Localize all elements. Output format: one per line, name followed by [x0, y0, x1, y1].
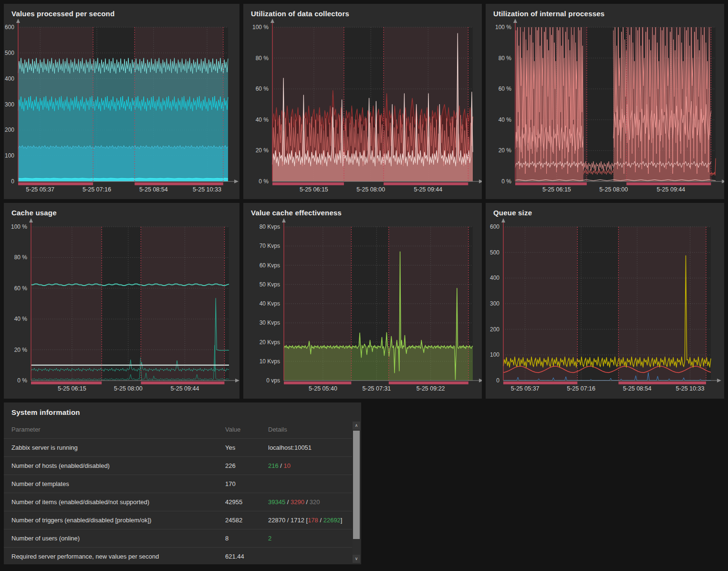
x-axis-tick: 5-25 08:00 — [585, 186, 642, 193]
y-axis-tick: 30 Kvps — [243, 319, 280, 326]
x-axis-tick: 5-25 10:33 — [178, 186, 236, 193]
y-axis-tick: 60 % — [486, 85, 511, 92]
y-axis-tick: 0 % — [4, 377, 27, 384]
scrollbar-thumb[interactable] — [353, 431, 360, 539]
detail-segment: ] — [341, 517, 343, 524]
details-cell: localhost:10051 — [260, 439, 352, 457]
details-cell — [260, 548, 352, 566]
chart-plot-internal-processes: 100 %80 %60 %40 %20 %0 %5-25 06:155-25 0… — [486, 4, 724, 199]
header-value: Value — [218, 422, 260, 439]
x-axis-tick: 5-25 09:44 — [399, 186, 457, 193]
detail-segment: 22692 — [323, 517, 341, 524]
y-axis-tick: 10 Kvps — [243, 358, 280, 365]
panel-system-information: System information Parameter Value Detai… — [4, 402, 361, 564]
y-axis-tick: 40 % — [486, 116, 511, 123]
detail-segment: 10 — [284, 462, 291, 469]
parameter-cell: Zabbix server is running — [4, 439, 218, 457]
chart-canvas — [4, 203, 239, 399]
x-axis-tick: 5-25 07:16 — [68, 186, 125, 193]
table-row: Required server performance, new values … — [4, 548, 352, 566]
detail-segment: 216 — [268, 462, 279, 469]
value-cell: Yes — [218, 439, 260, 457]
detail-segment: localhost:10051 — [268, 444, 312, 451]
y-axis-tick: 20 % — [4, 347, 27, 353]
y-axis-tick: 40 % — [243, 116, 269, 123]
chart-canvas — [243, 4, 482, 199]
x-axis-tick: 5-25 07:31 — [348, 385, 405, 392]
table-row: Number of hosts (enabled/disabled)226216… — [4, 457, 352, 475]
y-axis-tick: 0 % — [486, 178, 511, 185]
x-axis-tick: 5-25 06:15 — [43, 385, 101, 392]
y-axis-tick: 400 — [486, 275, 499, 281]
y-axis-tick: 50 Kvps — [243, 281, 280, 288]
panel-title: Cache usage — [11, 209, 57, 217]
y-axis-tick: 40 Kvps — [243, 300, 280, 307]
chart-canvas — [486, 203, 724, 399]
y-axis-tick: 80 % — [243, 55, 269, 62]
panel-title: System information — [11, 408, 80, 416]
y-axis-tick: 200 — [486, 326, 499, 333]
chart-plot-data-collectors: 100 %80 %60 %40 %20 %0 %5-25 06:155-25 0… — [243, 4, 482, 199]
y-axis-tick: 300 — [4, 101, 14, 108]
y-axis-tick: 60 % — [4, 285, 27, 292]
y-axis-tick: 40 % — [4, 316, 27, 322]
y-axis-tick: 20 Kvps — [243, 339, 280, 346]
value-cell: 42955 — [218, 493, 260, 511]
table-row: Number of items (enabled/disabled/not su… — [4, 493, 352, 511]
table-header-row: Parameter Value Details — [4, 422, 352, 439]
value-cell: 621.44 — [218, 548, 260, 566]
chart-plot-cache-usage: 100 %80 %60 %40 %20 %0 %5-25 06:155-25 0… — [4, 203, 239, 399]
table-row: Zabbix server is runningYeslocalhost:100… — [4, 439, 352, 457]
scrollbar-down-button chevron-down-icon[interactable]: ∨ — [353, 555, 360, 563]
y-axis-tick: 300 — [486, 300, 499, 307]
detail-segment: 3290 — [291, 498, 304, 506]
parameter-cell: Number of users (online) — [4, 529, 218, 548]
detail-segment: 320 — [310, 498, 320, 506]
detail-segment: / — [285, 498, 291, 506]
scrollbar-up-button chevron-up-icon[interactable]: ∧ — [353, 422, 360, 430]
y-axis-tick: 70 Kvps — [243, 243, 280, 249]
details-cell — [260, 475, 352, 493]
y-axis-tick: 500 — [486, 249, 499, 256]
parameter-cell: Number of triggers (enabled/disabled [pr… — [4, 511, 218, 529]
y-axis-tick: 400 — [4, 75, 14, 82]
panel-cache-usage: Cache usage 100 %80 %60 %40 %20 %0 %5-25… — [4, 203, 239, 399]
y-axis-tick: 600 — [4, 24, 14, 31]
parameter-cell: Required server performance, new values … — [4, 548, 218, 566]
details-cell: 39345 / 3290 / 320 — [260, 493, 352, 511]
x-axis-tick: 5-25 08:00 — [342, 186, 399, 193]
header-details: Details — [260, 422, 352, 439]
detail-segment: / — [304, 498, 310, 506]
value-cell: 226 — [218, 457, 260, 475]
y-axis-tick: 100 % — [243, 24, 269, 31]
table-row: Number of users (online)82 — [4, 529, 352, 548]
chart-plot-values-processed: 60050040030020010005-25 05:375-25 07:165… — [4, 4, 239, 199]
panel-title: Values processed per second — [11, 10, 114, 18]
y-axis-tick: 100 — [486, 351, 499, 358]
x-axis-tick: 5-25 05:37 — [497, 385, 554, 392]
x-axis-tick: 5-25 05:37 — [11, 186, 69, 193]
x-axis-tick: 5-25 08:00 — [100, 385, 157, 392]
x-axis-tick: 5-25 05:40 — [294, 385, 352, 392]
y-axis-tick: 20 % — [243, 147, 269, 154]
panel-title: Value cache effectiveness — [251, 209, 342, 217]
panel-utilization-internal-processes: Utilization of internal processes 100 %8… — [486, 4, 724, 199]
x-axis-tick: 5-25 09:44 — [642, 186, 699, 193]
y-axis-tick: 200 — [4, 127, 14, 133]
y-axis-tick: 20 % — [486, 147, 511, 154]
detail-segment: / — [279, 462, 284, 469]
table-scrollbar[interactable]: ∧ ∨ — [353, 422, 360, 563]
value-cell: 24582 — [218, 511, 260, 529]
y-axis-tick: 0 % — [243, 178, 269, 185]
x-axis-tick: 5-25 09:44 — [156, 385, 213, 392]
chart-canvas — [4, 4, 239, 199]
table-row: Number of triggers (enabled/disabled [pr… — [4, 511, 352, 529]
chart-plot-value-cache: 80 Kvps70 Kvps60 Kvps50 Kvps40 Kvps30 Kv… — [243, 203, 482, 399]
details-cell: 22870 / 1712 [178 / 22692] — [260, 511, 352, 529]
detail-segment: / — [318, 517, 323, 524]
y-axis-tick: 500 — [4, 50, 14, 56]
y-axis-tick: 0 — [4, 178, 14, 185]
y-axis-tick: 60 Kvps — [243, 262, 280, 269]
y-axis-tick: 100 — [4, 152, 14, 159]
x-axis-tick: 5-25 06:15 — [285, 186, 343, 193]
